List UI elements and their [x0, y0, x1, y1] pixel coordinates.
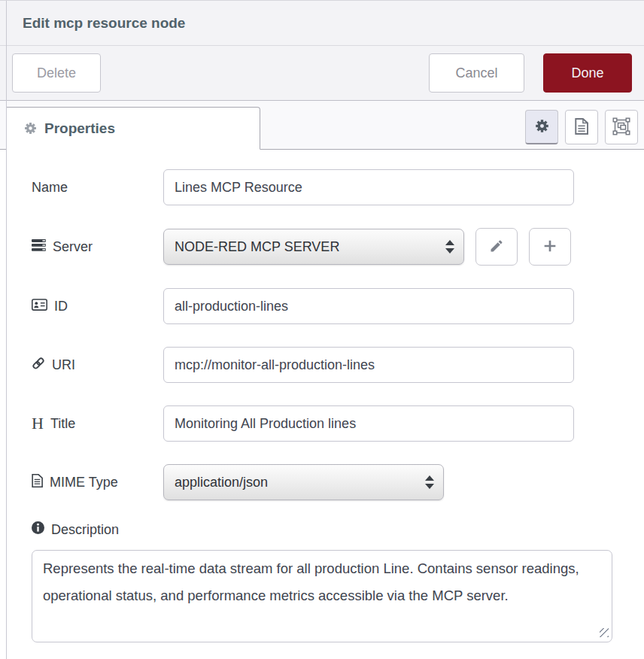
uri-label: URI	[32, 357, 163, 374]
mime-controls: application/json	[163, 464, 574, 500]
description-label-text: Description	[51, 522, 119, 538]
server-label: Server	[32, 239, 163, 255]
name-label: Name	[32, 180, 163, 196]
dialog-header: Edit mcp resource node	[0, 1, 644, 46]
id-input[interactable]	[163, 288, 574, 324]
select-arrows-icon	[445, 240, 454, 254]
server-label-text: Server	[53, 239, 93, 255]
uri-input[interactable]	[163, 347, 574, 383]
tab-bar: Properties	[0, 101, 644, 150]
cancel-button[interactable]: Cancel	[429, 53, 524, 93]
add-server-button[interactable]	[529, 228, 571, 266]
edit-node-dialog: Edit mcp resource node Delete Cancel Don…	[0, 0, 644, 659]
form-row-server: Server NODE-RED MCP SERVER	[32, 228, 612, 266]
uri-label-text: URI	[52, 357, 75, 373]
mime-select[interactable]: application/json	[163, 464, 444, 500]
link-icon	[32, 357, 45, 374]
dialog-title: Edit mcp resource node	[23, 15, 185, 32]
server-select-value: NODE-RED MCP SERVER	[175, 239, 439, 255]
tab-properties[interactable]: Properties	[6, 107, 260, 150]
form-row-mime: MIME Type application/json	[32, 464, 612, 500]
delete-button[interactable]: Delete	[12, 53, 101, 93]
description-label: Description	[32, 521, 612, 538]
server-select[interactable]: NODE-RED MCP SERVER	[163, 229, 464, 265]
done-button[interactable]: Done	[543, 53, 632, 93]
description-textarea[interactable]: Represents the real-time data stream for…	[32, 550, 612, 642]
tab-properties-label: Properties	[44, 120, 115, 137]
title-input[interactable]	[163, 405, 574, 442]
description-wrap: Represents the real-time data stream for…	[32, 550, 612, 642]
server-icon	[32, 239, 46, 255]
server-controls: NODE-RED MCP SERVER	[163, 228, 574, 266]
edit-server-button[interactable]	[475, 228, 518, 266]
properties-form: Name	[0, 150, 644, 642]
document-icon	[575, 118, 588, 137]
form-row-name: Name	[32, 169, 612, 205]
pencil-icon	[489, 238, 504, 256]
mime-label-text: MIME Type	[50, 475, 118, 490]
view-buttons	[525, 110, 638, 144]
id-label: ID	[32, 299, 163, 314]
title-label: H Title	[32, 415, 163, 432]
mime-label: MIME Type	[32, 474, 163, 491]
info-icon	[32, 521, 44, 538]
mime-select-value: application/json	[175, 475, 419, 490]
file-icon	[32, 474, 43, 491]
form-row-id: ID	[32, 288, 612, 324]
gear-icon	[24, 122, 37, 135]
gear-icon	[535, 119, 549, 135]
properties-view-button[interactable]	[525, 110, 558, 144]
id-label-text: ID	[54, 299, 68, 314]
name-input[interactable]	[163, 169, 574, 205]
heading-icon: H	[32, 415, 44, 432]
name-label-text: Name	[32, 180, 68, 196]
description-view-button[interactable]	[565, 110, 598, 144]
appearance-icon	[612, 117, 630, 138]
dialog-toolbar: Delete Cancel Done	[0, 46, 644, 101]
title-label-text: Title	[50, 416, 75, 432]
select-arrows-icon	[425, 475, 434, 489]
form-row-title: H Title	[32, 405, 612, 442]
plus-icon	[542, 238, 557, 256]
id-card-icon	[32, 299, 47, 314]
form-row-uri: URI	[32, 347, 612, 383]
appearance-view-button[interactable]	[605, 110, 638, 144]
